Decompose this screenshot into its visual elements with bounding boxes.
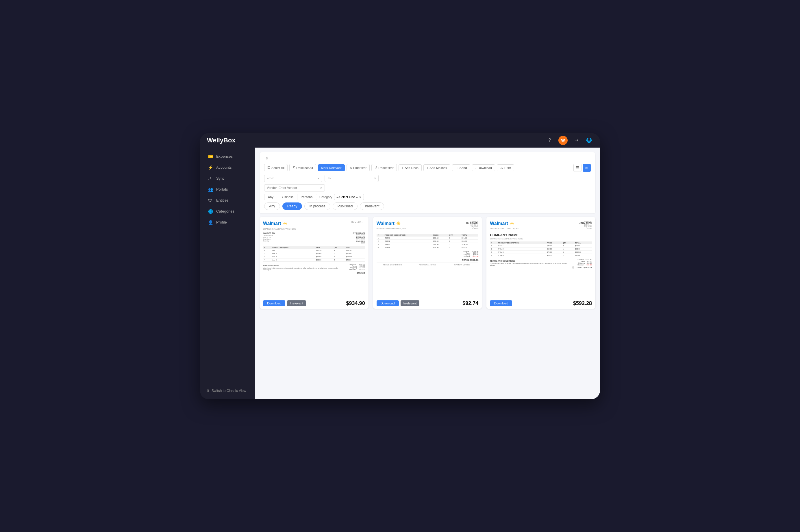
walmart-logo-2: Walmart	[377, 221, 395, 226]
invoice-table-3: # PRODUCT DESCRIPTION PRICE QTY TOTAL 1I…	[490, 242, 592, 257]
status-ready-tab[interactable]: Ready	[282, 203, 302, 210]
reset-filter-icon: ↺	[375, 166, 377, 170]
card-btns-1: Download Irrelevant	[263, 300, 306, 306]
status-published-tab[interactable]: Published	[333, 203, 358, 210]
sync-icon: ⇄	[208, 176, 213, 181]
from-filter[interactable]: From ×	[264, 175, 322, 182]
sidebar: 💳 Expenses ⚡ Accounts ⇄ Sync 👥 Portals 🛡…	[200, 148, 255, 399]
vendor-clear-btn[interactable]: ×	[320, 186, 322, 190]
date-filter-row: From × To ×	[264, 175, 591, 182]
add-mailbox-btn[interactable]: + Add Mailbox	[423, 164, 450, 171]
to-filter[interactable]: To ×	[324, 175, 378, 182]
avatar[interactable]: W	[558, 136, 568, 145]
deselect-all-btn[interactable]: ✗ Deselect All	[289, 164, 316, 171]
expenses-icon: 💳	[208, 154, 213, 159]
card-amount-3: $592.28	[573, 300, 592, 306]
vendor-filter[interactable]: Vendor ×	[264, 184, 325, 191]
print-btn[interactable]: 🖨 Print	[497, 164, 514, 171]
top-bar: WellyBox ? W ⇢ 🌐	[200, 133, 600, 148]
mark-relevant-btn[interactable]: Mark Relevant	[318, 164, 345, 171]
additional-notes-1: Additional notes Ut enim ad minim veniam…	[263, 265, 345, 274]
receipt-num-3: RECEIPT # 14256 • MARCH 20, 2021	[490, 228, 519, 230]
invoice-card-2: Walmart ✳ RECEIPT # 14256 • MARCH 20, 20…	[373, 217, 482, 309]
invoice-preview-1: Walmart ✳ BRANDING TAGLINE SPACE HERE IN…	[260, 217, 369, 298]
vendor-input[interactable]	[279, 186, 318, 189]
sidebar-item-expenses[interactable]: 💳 Expenses	[202, 151, 253, 162]
sidebar-item-entities[interactable]: 🛡 Entities	[202, 195, 253, 206]
sidebar-item-sync[interactable]: ⇄ Sync	[202, 173, 253, 184]
card-btns-3: Download	[490, 300, 512, 306]
category-dropdown[interactable]: – Select One – ×	[334, 194, 364, 200]
terms-conditions-link[interactable]: TERMS & CONDITIONS	[377, 264, 409, 266]
reset-filter-btn[interactable]: ↺ Reset filter	[371, 164, 397, 171]
print-icon: 🖨	[500, 166, 503, 170]
card-download-btn-1[interactable]: Download	[263, 300, 285, 306]
terms-conditions-3: TERMS AND CONDITIONS Lorem ipsum dolor s…	[490, 260, 572, 269]
hide-filter-icon: ⧖	[350, 166, 352, 170]
add-docs-btn[interactable]: + Add Docs	[398, 164, 422, 171]
card-footer-3: Download $592.28	[486, 298, 595, 309]
globe-icon[interactable]: 🌐	[585, 136, 593, 145]
close-filter-btn[interactable]: ×	[264, 156, 270, 162]
from-input[interactable]	[276, 176, 316, 180]
add-mailbox-icon: +	[427, 166, 428, 170]
type-business-btn[interactable]: Business	[277, 194, 297, 200]
logout-icon[interactable]: ⇢	[572, 136, 580, 145]
select-all-btn[interactable]: ☑ Select All	[264, 164, 287, 171]
to-input[interactable]	[332, 176, 372, 180]
hide-filter-btn[interactable]: ⧖ Hide filter	[347, 164, 370, 171]
additional-notes-link[interactable]: ADDITIONAL NOTES	[411, 264, 444, 266]
send-icon: →	[455, 166, 459, 170]
invoice-table-2: # PRODUCT DESCRIPTION PRICE QTY TOTAL 1I…	[377, 234, 479, 249]
company-name-3: COMPANY NAME	[490, 233, 592, 237]
receipt-num-2: RECEIPT # 14256 • MARCH 20, 2021	[377, 228, 406, 230]
card-irrelevant-btn-1[interactable]: Irrelevant	[287, 300, 306, 306]
receipt-to-2: Invoice to: JOHN SMITH 123 GL st.City St…	[466, 221, 478, 229]
switch-view-btn[interactable]: 🖥 Switch to Classic View	[200, 386, 255, 396]
to-clear-btn[interactable]: ×	[374, 176, 376, 180]
invoice-type-label-1: INVOICE	[351, 221, 365, 224]
invoice-card-1: Walmart ✳ BRANDING TAGLINE SPACE HERE IN…	[260, 217, 369, 309]
filter-bar: × ☑ Select All ✗ Deselect All Mark Relev…	[260, 152, 595, 213]
categories-icon: 🌐	[208, 209, 213, 214]
invoice-to-1: Lorem ipsum123 St, St.City StateCountry	[263, 235, 275, 242]
terms-footer-2: TERMS & CONDITIONS ADDITIONAL NOTES PAYM…	[377, 263, 479, 266]
accounts-icon: ⚡	[208, 165, 213, 170]
card-footer-2: Download Irrelevant $92.74	[373, 298, 482, 309]
invoice-table-1: # Product Description Price Qty Total 1I…	[263, 246, 365, 262]
status-any-tab[interactable]: Any	[264, 203, 280, 210]
walmart-logo-1: Walmart	[263, 221, 281, 226]
list-view-btn[interactable]: ☰	[573, 164, 581, 172]
add-docs-icon: +	[402, 166, 404, 170]
invoice-preview-3: Walmart ✳ RECEIPT # 14256 • MARCH 20, 20…	[486, 217, 595, 298]
type-personal-btn[interactable]: Personal	[297, 194, 317, 200]
sidebar-item-accounts[interactable]: ⚡ Accounts	[202, 162, 253, 173]
invoice-tagline-1: BRANDING TAGLINE SPACE HERE	[263, 228, 365, 230]
help-icon[interactable]: ?	[546, 136, 554, 145]
payment-method-link[interactable]: PAYMENT METHOD	[446, 264, 478, 266]
receipt-to-3: Invoice to: JOHN SMITH 123 GL st.City St…	[579, 221, 592, 229]
card-download-btn-2[interactable]: Download	[377, 300, 399, 306]
type-filter-row: Any Business Personal Category – Select …	[264, 194, 591, 200]
status-irrelevant-tab[interactable]: Irrelevant	[360, 203, 384, 210]
category-clear-btn[interactable]: ×	[359, 195, 361, 199]
top-right-actions: ? W ⇢ 🌐	[546, 136, 593, 145]
card-btns-2: Download Irrelevant	[377, 300, 420, 306]
deselect-all-icon: ✗	[293, 166, 295, 170]
status-tabs: Any Ready In process Published Irrelevan…	[264, 203, 591, 210]
card-download-btn-3[interactable]: Download	[490, 300, 512, 306]
grid-view-btn[interactable]: ⊞	[583, 164, 591, 172]
sidebar-item-profile[interactable]: 👤 Profile	[202, 217, 253, 228]
from-clear-btn[interactable]: ×	[318, 176, 320, 180]
sidebar-item-portals[interactable]: 👥 Portals	[202, 184, 253, 195]
send-btn[interactable]: → Send	[452, 164, 470, 171]
toolbar-row: ☑ Select All ✗ Deselect All Mark Relevan…	[264, 164, 591, 172]
type-any-btn[interactable]: Any	[264, 194, 277, 200]
invoice-preview-2: Walmart ✳ RECEIPT # 14256 • MARCH 20, 20…	[373, 217, 482, 298]
status-inprocess-tab[interactable]: In process	[304, 203, 330, 210]
select-all-icon: ☑	[267, 166, 270, 170]
card-irrelevant-btn-2[interactable]: Irrelevant	[401, 300, 420, 306]
sidebar-item-categories[interactable]: 🌐 Categories	[202, 206, 253, 216]
monitor-icon: 🖥	[206, 389, 209, 393]
download-btn[interactable]: ↓ Download	[472, 164, 495, 171]
